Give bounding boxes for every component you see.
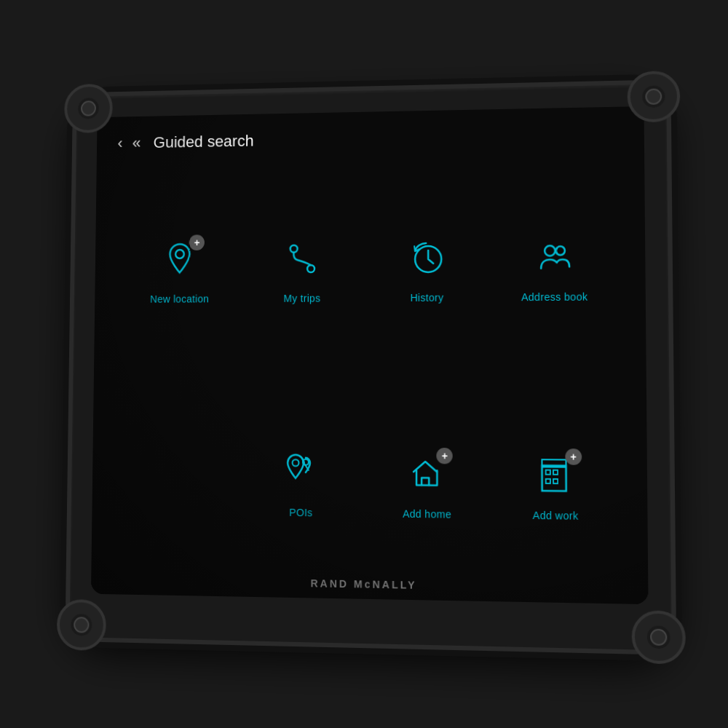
new-location-item[interactable]: + New location <box>122 172 237 368</box>
svg-point-5 <box>555 247 564 256</box>
add-home-plus-badge: + <box>437 448 453 464</box>
history-icon <box>405 236 448 280</box>
my-trips-icon <box>280 237 323 281</box>
svg-rect-10 <box>545 470 550 474</box>
address-book-item[interactable]: Address book <box>494 166 616 368</box>
corner-br <box>631 610 686 665</box>
my-trips-label: My trips <box>284 293 321 304</box>
add-home-label: Add home <box>403 507 451 520</box>
add-work-item[interactable]: + Add work <box>494 383 617 589</box>
svg-point-4 <box>545 246 555 256</box>
add-home-item[interactable]: + Add home <box>367 383 487 587</box>
add-work-label: Add work <box>533 509 579 521</box>
pois-label: POIs <box>289 507 312 518</box>
add-home-icon-wrapper: + <box>401 447 453 499</box>
my-trips-item[interactable]: My trips <box>243 170 360 368</box>
address-book-icon <box>532 234 577 279</box>
new-location-icon-wrapper: + <box>155 235 205 285</box>
add-work-icon-wrapper: + <box>529 448 582 501</box>
address-book-icon-wrapper <box>528 231 580 282</box>
add-work-plus-badge: + <box>565 448 582 465</box>
history-icon-wrapper <box>401 232 452 283</box>
pois-item[interactable]: POIs <box>242 382 360 584</box>
pois-icon <box>280 450 323 494</box>
back-button[interactable]: ‹ <box>117 134 122 152</box>
device: ‹ « Guided search + New location <box>69 84 672 650</box>
page-title: Guided search <box>154 132 254 152</box>
corner-tr <box>627 71 680 123</box>
svg-rect-11 <box>553 470 558 474</box>
history-item[interactable]: History <box>368 168 487 368</box>
svg-rect-12 <box>545 479 550 483</box>
screen-bezel: ‹ « Guided search + New location <box>91 106 649 604</box>
empty-item <box>119 382 237 582</box>
my-trips-icon-wrapper <box>277 234 328 285</box>
header: ‹ « Guided search <box>117 122 622 153</box>
back-double-button[interactable]: « <box>132 134 141 152</box>
svg-point-2 <box>307 265 314 272</box>
grid-container: + New location My trips <box>112 166 625 589</box>
new-location-plus-badge: + <box>189 235 205 251</box>
svg-point-1 <box>290 245 297 253</box>
pois-icon-wrapper <box>276 446 327 498</box>
screen: ‹ « Guided search + New location <box>91 106 649 604</box>
corner-bl <box>57 599 106 651</box>
svg-point-6 <box>292 459 298 466</box>
brand-text: RAND McNALLY <box>311 577 417 591</box>
new-location-label: New location <box>150 293 209 305</box>
svg-rect-13 <box>553 479 558 483</box>
history-label: History <box>411 292 444 304</box>
address-book-label: Address book <box>521 291 588 304</box>
svg-point-0 <box>175 250 184 258</box>
